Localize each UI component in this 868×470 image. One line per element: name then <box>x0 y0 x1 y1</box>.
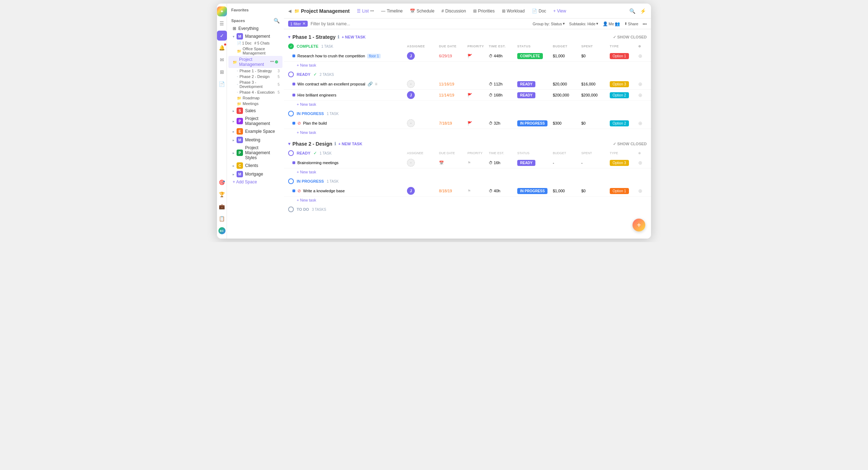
sidebar-item-meeting[interactable]: ▸ M Meeting <box>228 136 282 144</box>
phase-2-add-task[interactable]: + NEW TASK <box>338 142 362 146</box>
sidebar-item-clients[interactable]: ▸ C Clients <box>228 161 282 170</box>
row-add-icon[interactable]: ⊕ <box>638 81 647 87</box>
row-add-icon[interactable]: ⊕ <box>638 160 647 166</box>
more-options-icon[interactable]: ••• <box>270 59 274 64</box>
nav-icon-doc2[interactable]: 📋 <box>217 214 227 224</box>
filter-input[interactable] <box>311 21 530 26</box>
list-icon[interactable]: ≡ <box>375 82 377 87</box>
phase-1-section: ▾ Phase 1 - Strategy ℹ + NEW TASK ✓ SHOW… <box>284 32 651 136</box>
phase2-todo-header: TO DO 3 TASKS <box>284 205 651 214</box>
add-task-complete[interactable]: + New task <box>284 62 651 69</box>
sidebar-roadmap[interactable]: 📁 Roadmap <box>227 95 284 101</box>
filter-badge[interactable]: 1 filter ✕ <box>288 21 308 27</box>
nav-icon-notifications[interactable]: 🔔 <box>217 43 227 53</box>
add-task-phase2-ready[interactable]: + New task <box>284 168 651 176</box>
phase-1-info-icon[interactable]: ℹ <box>338 35 339 40</box>
phase-2-show-closed[interactable]: ✓ SHOW CLOSED <box>613 142 647 146</box>
add-task-ready[interactable]: + New task <box>284 101 651 108</box>
nav-icon-goals[interactable]: 🎯 <box>217 177 227 187</box>
me-btn[interactable]: 👤 Me 👥 <box>603 21 620 26</box>
sidebar-item-pm-styles[interactable]: ▸ P Project Management Styles <box>228 144 282 161</box>
tab-doc[interactable]: 📄 Doc <box>529 7 549 15</box>
empty-avatar[interactable]: + <box>407 119 415 127</box>
phase-1-show-closed[interactable]: ✓ SHOW CLOSED <box>613 35 647 40</box>
nav-icon-trophy[interactable]: 🏆 <box>217 189 227 199</box>
row-add-icon[interactable]: ⊕ <box>638 53 647 59</box>
budget-cell: $200,000 <box>553 93 581 97</box>
share-btn[interactable]: ⬆ Share <box>624 22 638 26</box>
task-name-cell: ⊘ Plan the build <box>292 121 407 126</box>
sidebar-phase-design[interactable]: ◦ Phase 2 - Design 5 <box>227 74 284 79</box>
tab-schedule[interactable]: 📅 Schedule <box>407 7 437 15</box>
sidebar-item-sales[interactable]: ▸ S Sales <box>228 106 282 115</box>
nav-icon-tasks[interactable]: ✓ <box>217 31 227 41</box>
add-view-btn[interactable]: + View <box>550 7 569 15</box>
time-est-cell: ⏱ 16h <box>489 161 517 165</box>
status-cell: COMPLETE <box>517 54 553 58</box>
assignee-cell: + <box>407 119 439 127</box>
phase-2-section: ▾ Phase 2 - Design ℹ + NEW TASK ✓ SHOW C… <box>284 139 651 214</box>
sidebar-phase-strategy[interactable]: ◦ Phase 1 - Strategy 3 <box>227 68 284 74</box>
empty-avatar[interactable]: + <box>407 80 415 88</box>
tab-discussion[interactable]: # Discussion <box>439 7 469 15</box>
sidebar-item-management[interactable]: ▾ M Management <box>228 32 282 41</box>
spaces-search-icon[interactable]: 🔍 <box>274 18 280 24</box>
nav-icon-inbox[interactable]: ✉ <box>217 55 227 65</box>
sidebar-item-everything[interactable]: ⊞ Everything <box>228 25 282 32</box>
lightning-btn[interactable]: ⚡ <box>639 7 647 15</box>
collapse-sidebar-btn[interactable]: ◀ <box>288 9 291 14</box>
nav-icon-dashboard[interactable]: ⊞ <box>217 67 227 77</box>
budget-cell: - <box>553 161 581 165</box>
sidebar-item-office-space[interactable]: 📁 Office Space Management <box>227 46 284 56</box>
add-space-button[interactable]: + Add Space <box>228 178 282 186</box>
assignee-avatar[interactable]: J <box>407 91 415 99</box>
tab-workload[interactable]: ⊞ Workload <box>499 7 528 15</box>
add-task-phase2-inprogress[interactable]: + New task <box>284 197 651 204</box>
group-by-btn[interactable]: Group by: Status ▾ <box>533 21 565 26</box>
task-row: ⊘ Write a knowledge base J 8/18/19 ⚑ ⏱ 4… <box>284 186 651 197</box>
assignee-avatar[interactable]: J <box>407 52 415 60</box>
tab-priorities[interactable]: ⊞ Priorities <box>470 7 498 15</box>
tab-timeline[interactable]: — Timeline <box>378 7 406 15</box>
phase2-inprogress-group: IN PROGRESS 1 TASK ⊘ Write a knowledge b… <box>284 177 651 204</box>
spent-cell: $16,000 <box>581 82 610 86</box>
row-add-icon[interactable]: ⊕ <box>638 120 647 126</box>
phase-2-info-icon[interactable]: ℹ <box>334 141 336 146</box>
spaces-header: Spaces 🔍 <box>227 16 284 25</box>
nav-icon-docs[interactable]: 📄 <box>217 79 227 89</box>
nav-icon-briefcase[interactable]: 💼 <box>217 202 227 212</box>
add-task-inprogress[interactable]: + New task <box>284 129 651 136</box>
link-icon[interactable]: 🔗 <box>367 82 373 87</box>
add-fab-button[interactable]: + <box>633 219 645 231</box>
spent-cell: $0 <box>581 54 610 58</box>
column-headers: ASSIGNEE DUE DATE PRIORITY TIME EST. STA… <box>336 45 647 48</box>
sidebar-item-pm[interactable]: ▸ P Project Management <box>228 115 282 127</box>
empty-avatar[interactable]: + <box>407 159 415 167</box>
tab-list[interactable]: ☰ List ••• <box>354 7 377 15</box>
phase-1-add-task[interactable]: + NEW TASK <box>342 35 365 39</box>
nav-icon-home[interactable]: ☰ <box>217 19 227 28</box>
assignee-avatar[interactable]: J <box>407 187 415 195</box>
app-logo[interactable]: ✦ <box>217 6 227 16</box>
task-row: Win contract with an excellent proposal … <box>284 79 651 90</box>
phase-2-collapse[interactable]: ▾ <box>288 141 290 146</box>
filter-close-icon[interactable]: ✕ <box>302 21 306 26</box>
more-options-btn[interactable]: ••• <box>642 22 647 26</box>
type-cell: Option 2 <box>610 121 638 125</box>
sidebar-meetings[interactable]: 📁 Meetings <box>227 101 284 106</box>
search-btn[interactable]: 🔍 <box>628 7 636 15</box>
subtasks-btn[interactable]: Subtasks: Hide ▾ <box>569 21 598 26</box>
user-avatar-small[interactable]: EC <box>217 226 227 236</box>
row-add-icon[interactable]: ⊕ <box>638 92 647 98</box>
spent-cell: $0 <box>581 121 610 125</box>
add-item-icon[interactable]: ⊕ <box>275 59 278 64</box>
task-name-cell: Win contract with an excellent proposal … <box>292 82 407 87</box>
sidebar-phase-development[interactable]: ◦ Phase 3 - Development 5 <box>227 79 284 89</box>
phase-1-collapse[interactable]: ▾ <box>288 35 290 40</box>
user-initials: EC <box>220 229 224 233</box>
sidebar-item-mortgage[interactable]: ▸ M Mortgage <box>228 170 282 178</box>
row-add-icon[interactable]: ⊕ <box>638 188 647 194</box>
sidebar-item-example[interactable]: ▸ E Example Space <box>228 127 282 136</box>
sidebar-item-project-management[interactable]: 📁 Project Management ••• ⊕ <box>228 56 282 68</box>
sidebar-phase-execution[interactable]: ◦ Phase 4 - Execution 5 <box>227 89 284 95</box>
